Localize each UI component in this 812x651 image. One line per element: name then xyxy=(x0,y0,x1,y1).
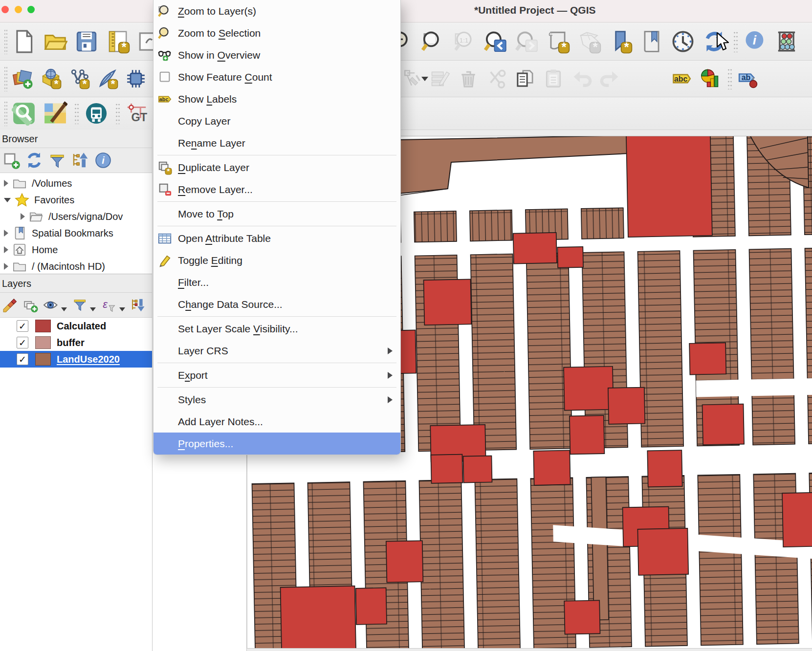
add-group-button[interactable] xyxy=(22,296,39,314)
refresh-map-button[interactable] xyxy=(702,29,726,54)
layer-row-buffer[interactable]: ✓buffer xyxy=(0,334,152,351)
menu-item-label: Show Labels xyxy=(178,93,237,105)
statistical-summary-button[interactable] xyxy=(774,29,799,54)
layer-diagram-button[interactable] xyxy=(699,68,721,89)
save-project-button[interactable] xyxy=(74,29,99,54)
menu-item-set-layer-scale-visibility[interactable]: Set Layer Scale Visibility... xyxy=(154,318,400,340)
menu-item-copy-layer[interactable]: Copy Layer xyxy=(154,110,400,132)
browser-tree-item[interactable]: / (Macintosh HD) xyxy=(0,258,152,274)
expander-down-icon[interactable] xyxy=(4,198,11,202)
minimize-window-button[interactable] xyxy=(15,6,22,13)
menu-item-change-data-source[interactable]: Change Data Source... xyxy=(154,293,400,315)
toolbar-drag-handle[interactable] xyxy=(4,66,8,91)
expander-right-icon[interactable] xyxy=(4,263,8,270)
filter-legend-button[interactable] xyxy=(72,296,88,314)
menu-item-styles[interactable]: Styles xyxy=(154,389,400,411)
menu-item-label: Add Layer Notes... xyxy=(178,416,263,428)
browser-tree-item[interactable]: Spatial Bookmarks xyxy=(0,225,152,241)
layer-labeling-button[interactable]: abc xyxy=(671,68,692,89)
add-vector-layer-button[interactable]: * xyxy=(40,68,62,89)
menu-item-show-in-overview[interactable]: Show in Overview xyxy=(154,44,400,66)
layer-row-landuse2020[interactable]: ✓LandUse2020 xyxy=(0,351,152,368)
menu-icon-empty xyxy=(157,344,174,358)
menu-item-label: Export xyxy=(178,369,208,381)
data-source-manager-button[interactable] xyxy=(12,68,33,89)
menu-item-filter[interactable]: Filter... xyxy=(154,271,400,293)
browser-tree-item[interactable]: Favorites xyxy=(0,192,152,208)
browser-tree-item[interactable]: Home xyxy=(0,241,152,258)
menu-item-show-labels[interactable]: abcShow Labels xyxy=(154,88,400,110)
browser-refresh-button[interactable] xyxy=(25,151,44,170)
menu-item-remove-layer[interactable]: Remove Layer... xyxy=(154,178,400,200)
browser-tree-item[interactable]: /Volumes xyxy=(0,175,152,192)
menu-item-label: Rename Layer xyxy=(178,137,245,149)
menu-item-properties[interactable]: Properties... xyxy=(154,433,400,455)
browser-collapse-all-button[interactable] xyxy=(71,151,89,170)
new-print-layout-button[interactable]: * xyxy=(106,29,130,54)
dropdown-caret-icon[interactable] xyxy=(90,307,96,311)
browser-properties-button[interactable]: i xyxy=(94,151,112,170)
new-scratch-layer-button[interactable]: * xyxy=(97,68,118,89)
close-window-button[interactable] xyxy=(1,6,9,13)
layer-color-swatch xyxy=(35,353,51,366)
identify-features-button[interactable]: i xyxy=(743,29,768,54)
menu-item-add-layer-notes[interactable]: Add Layer Notes... xyxy=(154,411,400,433)
menu-item-export[interactable]: Export xyxy=(154,364,400,386)
toolbar-drag-handle[interactable] xyxy=(4,101,8,126)
menu-item-open-attribute-table[interactable]: Open Attribute Table xyxy=(154,227,400,249)
vertex-tool-button xyxy=(401,68,422,89)
plugin-transit-button[interactable] xyxy=(84,101,109,126)
copy-features-button[interactable] xyxy=(514,68,536,89)
manage-map-themes-button[interactable] xyxy=(43,296,59,314)
menu-item-show-feature-count[interactable]: Show Feature Count xyxy=(154,66,400,88)
layer-styling-button[interactable] xyxy=(2,296,18,314)
expander-right-icon[interactable] xyxy=(4,180,8,187)
map-tips-button[interactable]: ab xyxy=(737,68,759,89)
expander-right-icon[interactable] xyxy=(21,213,25,220)
dropdown-caret-icon[interactable] xyxy=(61,307,67,311)
menu-item-zoom-to-selection[interactable]: Zoom to Selection xyxy=(154,22,400,44)
zoom-window-button[interactable] xyxy=(27,6,35,13)
m-toggle-edit-icon xyxy=(157,253,174,268)
m-zoom-selection-icon xyxy=(157,26,174,41)
menu-item-layer-crs[interactable]: Layer CRS xyxy=(154,340,400,362)
expand-collapse-button[interactable] xyxy=(130,296,146,314)
layer-row-calculated[interactable]: ✓Calculated xyxy=(0,318,152,334)
zoom-last-button[interactable] xyxy=(483,29,507,54)
processing-toolbox-button[interactable] xyxy=(125,68,147,89)
menu-item-label: Open Attribute Table xyxy=(178,233,271,244)
new-shapefile-layer-button[interactable]: * xyxy=(68,68,90,89)
dropdown-caret-icon[interactable] xyxy=(119,307,125,311)
menu-item-move-to-top[interactable]: Move to Top xyxy=(154,203,400,225)
menu-item-duplicate-layer[interactable]: *Duplicate Layer xyxy=(154,156,400,178)
plugin-osm-edit-button[interactable] xyxy=(43,101,67,126)
menu-item-zoom-to-layer-s[interactable]: Zoom to Layer(s) xyxy=(154,0,400,22)
browser-tree-item[interactable]: /Users/vigna/Dov xyxy=(0,208,152,225)
browser-filter-button[interactable] xyxy=(48,151,66,170)
plugin-search-button[interactable] xyxy=(12,101,36,126)
browser-add-selected-layers-button[interactable] xyxy=(2,151,21,170)
toolbar-drag-handle[interactable] xyxy=(4,29,8,54)
dropdown-caret-icon[interactable] xyxy=(421,77,428,81)
filter-expression-button[interactable]: ε xyxy=(101,296,117,314)
temporal-controller-button[interactable] xyxy=(671,29,695,54)
layer-visibility-checkbox[interactable]: ✓ xyxy=(17,337,28,348)
menu-item-rename-layer[interactable]: Rename Layer xyxy=(154,132,400,154)
open-project-button[interactable] xyxy=(43,29,67,54)
new-spatial-bookmark-button[interactable]: * xyxy=(608,29,633,54)
menu-item-toggle-editing[interactable]: Toggle Editing xyxy=(154,249,400,271)
new-project-button[interactable] xyxy=(12,29,36,54)
tree-item-label: Home xyxy=(32,244,58,256)
show-spatial-bookmarks-button[interactable] xyxy=(639,29,664,54)
new-print-layout-button-2[interactable]: * xyxy=(546,29,570,54)
expander-right-icon[interactable] xyxy=(4,230,8,237)
plugin-gtfs-button[interactable]: GT xyxy=(125,101,150,126)
layer-visibility-checkbox[interactable]: ✓ xyxy=(17,320,28,332)
menu-item-label: Move to Top xyxy=(178,208,234,220)
expander-right-icon[interactable] xyxy=(4,246,8,253)
layer-visibility-checkbox[interactable]: ✓ xyxy=(17,353,28,365)
zoom-full-button[interactable] xyxy=(420,29,445,54)
menu-item-label: Properties... xyxy=(178,438,233,450)
toolbar-separator xyxy=(727,68,732,89)
layer-name: buffer xyxy=(57,337,85,348)
